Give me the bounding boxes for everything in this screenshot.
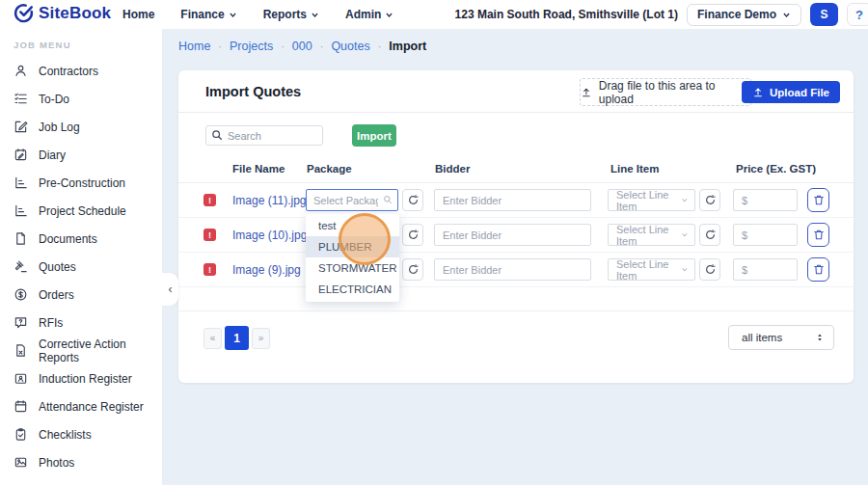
package-option-plumber[interactable]: PLUMBER [306,236,399,257]
file-name-link[interactable]: Image (10).jpg [232,229,307,242]
price-field [733,189,798,211]
file-dropzone[interactable]: Drag file to this area to upload [580,78,751,106]
upload-file-button[interactable]: Upload File [742,81,840,103]
import-quotes-card: Import Quotes Drag file to this area to … [178,70,854,383]
bidder-input[interactable] [434,258,591,281]
sidebar-item-attendance-register[interactable]: Attendance Register [0,392,162,420]
breadcrumb-separator: · [218,40,222,52]
sidebar-item-contractors[interactable]: Contractors [0,57,162,85]
checklist-icon [14,92,28,106]
pagination-prev-button[interactable]: « [203,328,222,349]
line-item-placeholder: Select Line Item [616,189,681,212]
import-button[interactable]: Import [352,124,396,147]
sidebar-item-label: Induction Register [39,372,132,386]
nav-admin[interactable]: Admin [345,8,393,21]
file-name-link[interactable]: Image (11).jpg [232,194,306,207]
sidebar-item-to-do[interactable]: To-Do [0,85,162,113]
refresh-icon [407,229,420,241]
top-navigation: Home Finance Reports Admin [122,0,393,29]
breadcrumb-projects[interactable]: Projects [230,40,273,53]
page-size-selector[interactable]: all items [728,325,834,350]
sidebar-item-rfis[interactable]: RFIs [0,309,162,337]
chevron-down-icon [385,11,393,19]
sidebar-item-label: To-Do [39,93,69,106]
column-header-line-item: Line Item [610,163,659,175]
breadcrumb-job[interactable]: 000 [292,40,312,53]
sidebar-item-quotes[interactable]: Quotes [0,253,162,281]
sidebar-item-pre-construction[interactable]: Pre-Construction [0,169,162,197]
chevron-down-icon [681,230,689,239]
sidebar-item-project-schedule[interactable]: Project Schedule [0,197,162,225]
package-option-electrician[interactable]: ELECTRICIAN [306,279,399,300]
sidebar-item-documents[interactable]: Documents [0,225,162,253]
price-input[interactable] [733,258,798,281]
search-input[interactable] [205,125,323,146]
nav-admin-label: Admin [345,8,381,21]
file-name-link[interactable]: Image (9).jpg [232,263,301,277]
org-selector-label: Finance Demo [697,8,776,21]
sidebar-item-diary[interactable]: Diary [0,141,162,169]
nav-reports[interactable]: Reports [263,8,319,21]
dropzone-label: Drag file to this area to upload [599,79,750,106]
refresh-line-items-button[interactable] [699,189,720,211]
clipboard-check-icon [14,427,28,442]
search-field [205,125,323,146]
document-x-icon [14,343,28,358]
nav-finance[interactable]: Finance [180,8,236,21]
bidder-field [434,224,591,246]
pagination-page-1[interactable]: 1 [225,326,249,350]
refresh-line-items-button[interactable] [699,258,720,281]
sidebar-item-checklists[interactable]: Checklists [0,420,162,448]
page-title: Import Quotes [205,84,301,99]
table-row: ! Image (9).jpg Select Line Item [178,253,854,287]
gavel-icon [14,259,28,274]
sidebar-item-induction-register[interactable]: Induction Register [0,364,162,392]
sitebook-logo[interactable]: SiteBook [14,3,111,23]
line-item-placeholder: Select Line Item [616,224,681,247]
sidebar-item-photos[interactable]: Photos [0,448,162,476]
sidebar-item-job-log[interactable]: Job Log [0,113,162,141]
sidebar-item-label: Pre-Construction [39,176,125,190]
pagination-next-button[interactable]: » [252,328,270,349]
nav-home[interactable]: Home [122,8,154,21]
bidder-input[interactable] [434,224,591,246]
id-card-icon [14,371,28,386]
bidder-input[interactable] [434,189,591,211]
line-item-select[interactable]: Select Line Item [608,224,695,246]
refresh-line-items-button[interactable] [699,224,720,246]
sidebar-item-email[interactable]: Email [0,476,162,485]
sidebar-item-corrective-action-reports[interactable]: Corrective Action Reports [0,337,162,364]
price-input[interactable] [733,189,798,211]
line-item-select[interactable]: Select Line Item [608,258,695,281]
delete-row-button[interactable] [807,257,829,282]
chevron-down-icon [681,265,689,274]
org-selector-button[interactable]: Finance Demo [687,4,801,26]
delete-row-button[interactable] [807,188,829,212]
refresh-packages-button[interactable] [402,189,423,211]
package-option-test[interactable]: test [306,215,399,236]
delete-row-button[interactable] [807,223,829,247]
line-item-select[interactable]: Select Line Item [608,189,695,211]
gantt-chart-icon [14,175,28,190]
sidebar-item-orders[interactable]: Orders [0,281,162,309]
refresh-packages-button[interactable] [402,224,423,246]
breadcrumb-quotes[interactable]: Quotes [331,40,369,53]
help-button[interactable]: ? [847,3,868,26]
sidebar-collapse-toggle[interactable]: ‹ [162,273,178,306]
top-bar-right: 123 Main South Road, Smithsville (Lot 1)… [455,0,868,29]
refresh-icon [704,263,717,276]
package-option-stormwater[interactable]: STORMWATER [306,257,399,279]
chevron-down-icon [782,11,791,19]
breadcrumb-separator: · [281,40,285,52]
price-input[interactable] [733,224,798,246]
top-bar: SiteBook Home Finance Reports Admin 123 … [0,0,868,29]
column-header-package: Package [307,163,352,175]
warning-icon: ! [203,229,216,241]
dollar-circle-icon [14,287,28,302]
avatar[interactable]: S [810,3,838,26]
breadcrumb-home[interactable]: Home [178,40,210,53]
refresh-packages-button[interactable] [402,258,423,281]
trash-icon [813,229,825,241]
sidebar-item-label: Orders [39,288,74,302]
bidder-field [434,258,591,281]
